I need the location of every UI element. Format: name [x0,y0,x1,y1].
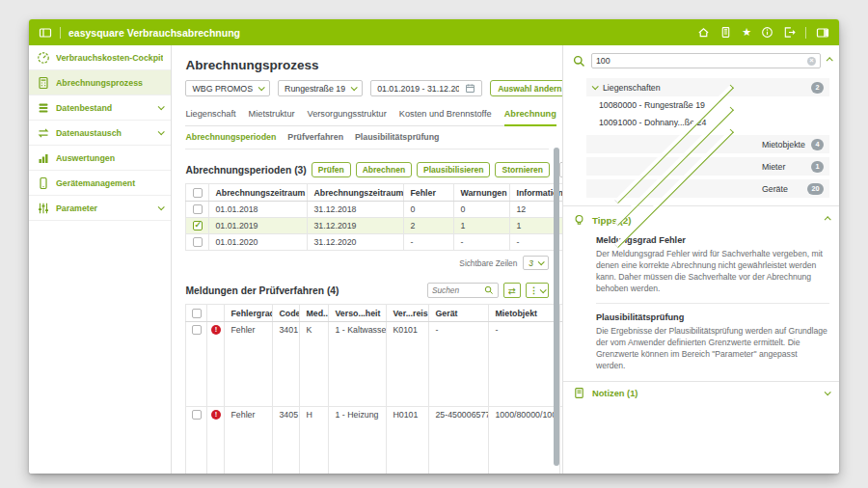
table-row[interactable]: 01.01.2020 31.12.2020 - - - - Nein [186,234,562,251]
row-checkbox[interactable] [192,410,202,420]
period-value: 01.01.2019 - 31.12.2019 [377,84,459,94]
tip-item: Meldungsgrad Fehler Der Meldungsgrad Feh… [596,235,827,294]
tips-section: Tipps (2) Meldungsgrad Fehler Der Meldun… [563,205,839,371]
row-checkbox[interactable] [192,325,202,335]
sidebar-item-datenaustausch[interactable]: Datenaustausch [29,121,171,146]
change-selection-button[interactable]: Auswahl ändern [490,80,562,96]
tree-group-mieter[interactable]: Mieter 1 [586,157,829,176]
period-date-field[interactable]: 01.01.2019 - 31.12.2019 [370,80,482,96]
tips-header[interactable]: Tipps (2) [573,214,829,227]
chevron-down-icon [538,258,545,265]
plausibilisieren-button[interactable]: Plausibilisieren [417,162,490,177]
row-checkbox[interactable] [193,204,203,214]
info-icon[interactable] [761,26,773,39]
subtab-pruefverfahren[interactable]: Prüfverfahren [287,132,343,142]
column-header: Mieter [560,305,562,322]
favorites-star-icon[interactable]: ★ [742,27,751,38]
cell-von: 01.01.2020 [209,234,308,251]
visible-rows-select[interactable]: 3 [523,256,549,270]
row-checkbox-checked[interactable] [193,221,203,230]
sidebar: Verbrauchskosten-Cockpit Abrechnungsproz… [29,45,172,474]
sidebar-item-verbrauchskosten-cockpit[interactable]: Verbrauchskosten-Cockpit [29,45,171,70]
table-row[interactable]: 01.01.2018 31.12.2018 0 0 12 10 Ja [186,202,562,218]
tab-versorgungsstruktur[interactable]: Versorgungsstruktur [308,105,387,125]
sidebar-item-abrechnungsprozess[interactable]: Abrechnungsprozess [29,70,171,95]
cell-von: 01.01.2018 [209,202,308,218]
error-icon: ! [211,410,221,420]
periods-section-header: Abrechnungsperioden (3) Prüfen Abrechnen… [185,162,548,177]
abrechnen-button[interactable]: Abrechnen [356,162,412,177]
home-icon[interactable] [697,26,710,39]
cell-versorgungskreis: H0101 [387,407,429,474]
cell-mietobjekt: - [489,322,560,407]
notes-section-header[interactable]: Notizen (1) [563,381,839,404]
table-row[interactable]: ! Fehler 3405 H 1 - Heizung H0101 25-450… [186,407,562,474]
count-badge: 4 [811,139,824,150]
sidebar-item-parameter[interactable]: Parameter [29,196,171,221]
sidebar-toggle-icon[interactable] [39,26,52,40]
table-row-selected[interactable]: 01.01.2019 31.12.2019 2 1 1 2 Nein [186,218,562,234]
tree-group-label: Mietobjekte [762,140,805,149]
sidebar-item-label: Verbrauchskosten-Cockpit [56,53,163,63]
subtab-abrechnungsperioden[interactable]: Abrechnungsperioden [185,132,276,142]
sidebar-item-auswertungen[interactable]: Auswertungen [29,146,171,171]
panel-filler [563,404,839,474]
refresh-button[interactable]: ⇄ [503,283,521,298]
cell-medium: H [300,407,329,474]
client-select[interactable]: WBG PROMOS [185,80,270,96]
collapse-chevron-up-icon[interactable] [827,57,833,64]
cell-bis: 31.12.2020 [308,234,404,251]
column-header: Abrechnungszeitraum bis [308,184,404,202]
sidebar-item-label: Datenaustausch [56,128,152,138]
filter-bar: WBG PROMOS Rungestraße 19 01.01.2019 - 3… [185,80,548,96]
count-badge: 2 [811,82,824,94]
chevron-down-icon [158,203,165,210]
count-badge: 1 [811,161,824,173]
column-header: Fehlergrad [225,305,273,322]
tree-group-liegenschaften[interactable]: Liegenschaften 2 [586,78,829,96]
cell-fehlergrad: Fehler [225,322,273,407]
clear-icon[interactable]: × [807,57,816,66]
select-all-checkbox[interactable] [192,309,202,318]
row-checkbox[interactable] [193,237,203,247]
column-header: Warnungen [454,184,510,202]
column-header: Gerät [429,305,489,322]
stornieren-button[interactable]: Stornieren [495,162,550,177]
subtab-plausibilitaetspruefung[interactable]: Plausibilitätsprüfung [355,132,439,142]
panel-search-input[interactable] [596,56,807,66]
cell-von: 01.01.2019 [209,218,308,234]
vertical-scrollbar[interactable] [554,148,559,466]
subtab-bar: Abrechnungsperioden Prüfverfahren Plausi… [185,126,548,149]
select-all-checkbox[interactable] [193,188,203,198]
messages-section-title: Meldungen der Prüfverfahren (4) [185,285,417,296]
cell-geraet: - [429,322,489,407]
more-menu-button[interactable]: ⋮ [526,283,549,298]
search-icon[interactable] [484,285,494,295]
logout-icon[interactable] [783,26,796,39]
cell-fehler: 2 [404,218,454,234]
property-select[interactable]: Rungestraße 19 [278,80,363,96]
tab-mietstruktur[interactable]: Mietstruktur [249,105,295,125]
exchange-icon [37,126,50,140]
search-icon[interactable] [573,55,585,68]
tab-kosten-und-brennstoffe[interactable]: Kosten und Brennstoffe [399,105,492,125]
sidebar-item-datenbestand[interactable]: Datenbestand [29,95,171,121]
visible-rows-label: Sichtbare Zeilen [459,258,517,268]
modules-icon[interactable] [719,26,732,39]
messages-search-input[interactable] [432,285,481,295]
table-row[interactable]: ! Fehler 3401 K 1 - Kaltwasser K0101 - -… [186,322,562,407]
sidebar-item-label: Parameter [56,203,152,213]
tab-abrechnung[interactable]: Abrechnung [504,105,556,126]
sidebar-item-geraetemanagement[interactable]: Gerätemanagement [29,171,171,196]
messages-search [427,283,499,298]
tree-group-label: Mieter [762,162,805,172]
pruefen-button[interactable]: Prüfen [312,162,351,177]
panel-layout-icon[interactable] [816,26,829,40]
kebab-icon: ⋮ [529,285,538,295]
tab-liegenschaft[interactable]: Liegenschaft [185,105,235,125]
periods-section-title: Abrechnungsperioden (3) [185,165,306,176]
severity-column-header [207,305,225,322]
calendar-icon [465,83,475,94]
sidebar-item-label: Gerätemanagement [56,178,163,188]
chevron-down-icon [540,286,547,293]
